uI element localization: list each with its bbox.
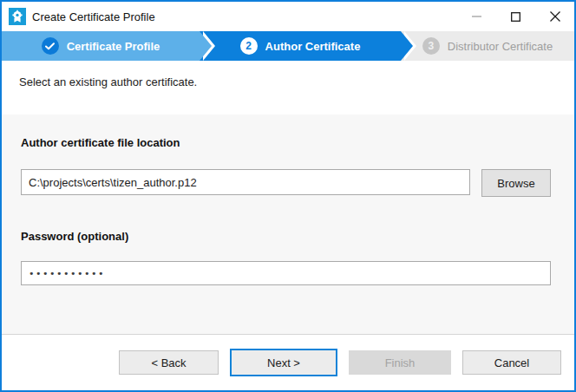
next-button[interactable]: Next >: [230, 349, 337, 376]
step-certificate-profile: Certificate Profile: [2, 31, 200, 61]
certificate-badge-icon: [9, 8, 26, 25]
finish-button: Finish: [349, 350, 451, 375]
form-area: Author certificate file location Browse …: [2, 114, 574, 335]
create-certificate-profile-dialog: Create Certificate Profile Certificate P…: [0, 0, 576, 392]
step-author-certificate: 2 Author Certificate: [200, 31, 401, 61]
description-area: Select an existing author certificate.: [2, 61, 574, 114]
step-label: Distributor Certificate: [448, 40, 553, 53]
step-number-badge: 2: [240, 37, 258, 55]
step-completed-check-icon: [42, 37, 59, 55]
browse-button[interactable]: Browse: [481, 169, 551, 197]
page-description: Select an existing author certificate.: [19, 75, 574, 88]
file-location-input[interactable]: [21, 169, 470, 195]
minimize-dash-icon: [472, 16, 481, 17]
file-location-label: Author certificate file location: [21, 114, 574, 149]
step-distributor-certificate: 3 Distributor Certificate: [401, 31, 574, 61]
password-label: Password (optional): [21, 230, 574, 243]
step-label: Author Certificate: [265, 40, 361, 53]
close-button[interactable]: [535, 2, 574, 31]
back-button[interactable]: < Back: [119, 350, 219, 375]
cancel-button[interactable]: Cancel: [462, 350, 561, 375]
title-bar: Create Certificate Profile: [2, 2, 574, 31]
button-bar: < Back Next > Finish Cancel: [2, 335, 574, 390]
maximize-button[interactable]: [496, 2, 535, 31]
minimize-button[interactable]: [457, 2, 496, 31]
window-title: Create Certificate Profile: [32, 10, 457, 23]
file-location-row: Browse: [21, 169, 574, 197]
maximize-square-icon: [511, 12, 520, 22]
password-input[interactable]: [21, 261, 551, 285]
step-label: Certificate Profile: [67, 40, 160, 53]
step-number-badge: 3: [422, 37, 440, 55]
close-x-icon: [550, 11, 560, 22]
wizard-steps: Certificate Profile 2 Author Certificate…: [2, 31, 574, 61]
